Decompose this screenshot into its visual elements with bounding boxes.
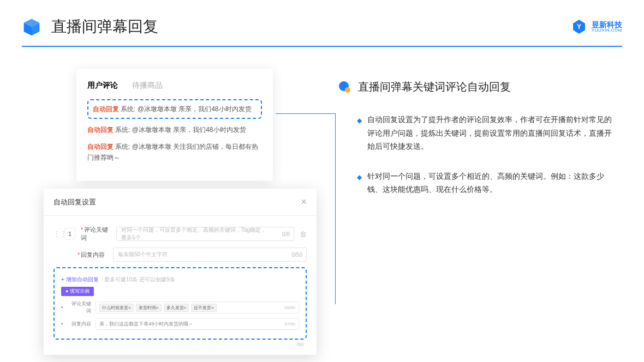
left-column: 用户评论 待播商品 自动回复系统: @冰墩墩本墩 亲亲，我们48小时内发货 自动…	[65, 69, 306, 213]
ex-tag[interactable]: 什么时候发货×	[99, 304, 134, 312]
keyword-form-row: ⋮⋮ 1 *评论关键词 对同一个问题，可设置多个相近、高频的关键词，Tag确定，…	[53, 226, 307, 242]
right-column: 直播间弹幕关键词评论自动回复 ◆ 自动回复设置为了提升作者的评论回复效率，作者可…	[338, 69, 617, 213]
comments-panel: 用户评论 待播商品 自动回复系统: @冰墩墩本墩 亲亲，我们48小时内发货 自动…	[76, 69, 273, 181]
example-highlight-box: + 增加自动回复 最多可建10条 还可以创建9条 ● 填写示例 • 评论关键词 …	[53, 267, 307, 340]
brand-name-en: YUUXIN.COM	[592, 28, 622, 33]
add-hint: 最多可建10条 还可以创建9条	[104, 276, 175, 282]
settings-body: ⋮⋮ 1 *评论关键词 对同一个问题，可设置多个相近、高频的关键词，Tag确定，…	[44, 216, 317, 355]
content-form-row: *回复内容 每条限50个中文字符 0/50	[53, 248, 307, 262]
drag-handle-icon[interactable]: ⋮⋮	[53, 230, 59, 238]
logo-mark-icon: Y	[571, 19, 587, 35]
example-content-row: • 回复内容 亲，我们这边都是下单48小时内发货的哦～ 37/50	[61, 318, 299, 330]
ex-kw-field[interactable]: 什么时候发货× 发货时间× 多久发货× 还不发货× 20/50	[96, 301, 299, 313]
logo-text: 昱新科技 YUUXIN.COM	[592, 21, 622, 33]
ex-ct-field[interactable]: 亲，我们这边都是下单48小时内发货的哦～ 37/50	[96, 318, 299, 330]
header-left: 直播间弹幕回复	[22, 16, 158, 37]
bullet-dot-icon: ◆	[357, 172, 362, 196]
highlighted-comment: 自动回复系统: @冰墩墩本墩 亲亲，我们48小时内发货	[87, 99, 262, 119]
ex-ct-label: 回复内容	[67, 321, 91, 328]
ex-ct-text: 亲，我们这边都是下单48小时内发货的哦～	[99, 321, 193, 328]
bullet-text: 自动回复设置为了提升作者的评论回复效率，作者可在开播前针对常见的评论用户问题，提…	[367, 113, 617, 153]
auto-reply-tag: 自动回复	[87, 126, 114, 134]
close-icon[interactable]: ×	[301, 196, 307, 208]
comment-text: 系统: @冰墩墩本墩 亲亲，我们48小时内发货	[115, 126, 246, 134]
keyword-field-wrap: 对同一个问题，可设置多个相近、高频的关键词，Tag确定，最多5个 0/8	[116, 227, 294, 241]
main-content: 用户评论 待播商品 自动回复系统: @冰墩墩本墩 亲亲，我们48小时内发货 自动…	[0, 47, 644, 213]
content-field-wrap: 每条限50个中文字符 0/50	[113, 248, 307, 262]
page-title: 直播间弹幕回复	[51, 16, 158, 37]
example-badge: ● 填写示例	[61, 287, 94, 296]
ex-tag[interactable]: 发货时间×	[136, 304, 162, 312]
settings-title: 自动回复设置	[53, 197, 96, 207]
brand-name-cn: 昱新科技	[592, 21, 622, 28]
ex-tag[interactable]: 多久发货×	[164, 304, 189, 312]
bullet-item: ◆ 针对同一个问题，可设置多个相近的、高频的关键词。例如：这款多少钱、这块能优惠…	[338, 170, 617, 196]
bullet-dot-icon: ◆	[357, 115, 362, 153]
comment-row: 自动回复系统: @冰墩墩本墩 亲亲，我们48小时内发货	[87, 124, 262, 135]
ex-tag[interactable]: 还不发货×	[191, 304, 217, 312]
keyword-input[interactable]: 对同一个问题，可设置多个相近、高频的关键词，Tag确定，最多5个	[116, 227, 294, 241]
ex-kw-counter: 20/50	[284, 305, 295, 310]
ex-kw-label: 评论关键词	[67, 300, 91, 315]
tab-user-comments[interactable]: 用户评论	[87, 81, 118, 90]
comment-row: 自动回复系统: @冰墩墩本墩 关注我们的店铺，每日都有热门推荐哟～	[87, 141, 262, 164]
comment-row: 自动回复系统: @冰墩墩本墩 亲亲，我们48小时内发货	[93, 104, 257, 114]
page-header: 直播间弹幕回复 Y 昱新科技 YUUXIN.COM	[0, 0, 644, 37]
outer-counter: /50	[53, 340, 307, 347]
comment-text: 系统: @冰墩墩本墩 亲亲，我们48小时内发货	[121, 105, 252, 113]
auto-reply-tag: 自动回复	[93, 105, 119, 113]
row-number: 1	[64, 228, 75, 240]
add-auto-reply-link[interactable]: + 增加自动回复	[61, 276, 99, 282]
comments-tabs: 用户评论 待播商品	[87, 81, 262, 90]
content-label: *回复内容	[77, 251, 108, 259]
add-reply-row: + 增加自动回复 最多可建10条 还可以创建9条	[61, 274, 299, 283]
content-counter: 0/50	[292, 252, 302, 258]
svg-text:Y: Y	[577, 23, 581, 31]
chat-bubble-icon	[338, 81, 351, 94]
example-keyword-row: • 评论关键词 什么时候发货× 发货时间× 多久发货× 还不发货× 20/50	[61, 300, 299, 315]
section-title: 直播间弹幕关键词评论自动回复	[358, 80, 511, 94]
svg-point-5	[345, 87, 350, 93]
tab-pending-products[interactable]: 待播商品	[132, 81, 163, 90]
bullet-item: ◆ 自动回复设置为了提升作者的评论回复效率，作者可在开播前针对常见的评论用户问题…	[338, 113, 617, 153]
bullet-text: 针对同一个问题，可设置多个相近的、高频的关键词。例如：这款多少钱、这块能优惠吗、…	[367, 170, 617, 196]
section-head: 直播间弹幕关键词评论自动回复	[338, 80, 617, 94]
auto-reply-tag: 自动回复	[87, 143, 114, 150]
keyword-counter: 0/8	[282, 231, 290, 237]
auto-reply-settings-panel: 自动回复设置 × ⋮⋮ 1 *评论关键词 对同一个问题，可设置多个相近、高频的关…	[44, 189, 317, 355]
brand-logo: Y 昱新科技 YUUXIN.COM	[571, 19, 622, 35]
cube-icon	[22, 17, 41, 37]
keyword-label: *评论关键词	[81, 226, 111, 242]
ex-ct-counter: 37/50	[284, 322, 295, 327]
settings-header: 自动回复设置 ×	[44, 189, 317, 216]
delete-icon[interactable]: 🗑	[300, 230, 307, 238]
content-input[interactable]: 每条限50个中文字符	[113, 248, 307, 262]
